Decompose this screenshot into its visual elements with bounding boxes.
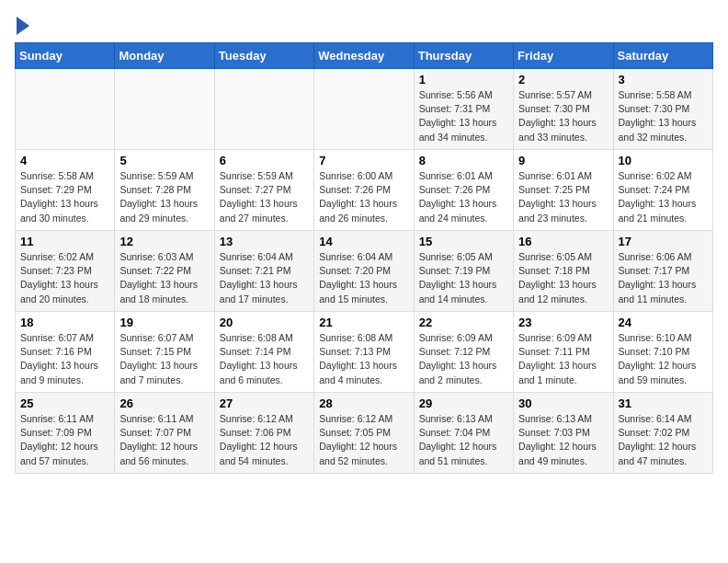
day-detail: Sunrise: 6:07 AM Sunset: 7:16 PM Dayligh… bbox=[20, 332, 98, 385]
logo bbox=[15, 15, 29, 35]
day-number: 21 bbox=[319, 316, 408, 329]
day-number: 24 bbox=[619, 316, 708, 329]
day-detail: Sunrise: 6:00 AM Sunset: 7:26 PM Dayligh… bbox=[319, 170, 397, 224]
calendar-cell: 18Sunrise: 6:07 AM Sunset: 7:16 PM Dayli… bbox=[16, 312, 115, 393]
calendar-week-row: 18Sunrise: 6:07 AM Sunset: 7:16 PM Dayli… bbox=[16, 312, 713, 393]
calendar-cell: 8Sunrise: 6:01 AM Sunset: 7:26 PM Daylig… bbox=[414, 150, 513, 231]
weekday-header-wednesday: Wednesday bbox=[314, 43, 414, 69]
weekday-header-thursday: Thursday bbox=[414, 43, 513, 69]
weekday-header-monday: Monday bbox=[115, 43, 214, 69]
day-number: 3 bbox=[619, 73, 708, 86]
day-number: 22 bbox=[419, 316, 508, 329]
calendar-cell: 23Sunrise: 6:09 AM Sunset: 7:11 PM Dayli… bbox=[514, 312, 613, 393]
day-detail: Sunrise: 5:59 AM Sunset: 7:27 PM Dayligh… bbox=[220, 170, 298, 224]
day-number: 23 bbox=[518, 316, 608, 329]
calendar-cell: 30Sunrise: 6:13 AM Sunset: 7:03 PM Dayli… bbox=[514, 393, 613, 474]
day-number: 12 bbox=[119, 235, 209, 248]
calendar-cell: 9Sunrise: 6:01 AM Sunset: 7:25 PM Daylig… bbox=[514, 150, 613, 231]
weekday-header-row: SundayMondayTuesdayWednesdayThursdayFrid… bbox=[16, 43, 713, 69]
weekday-header-saturday: Saturday bbox=[613, 43, 712, 69]
calendar-cell: 25Sunrise: 6:11 AM Sunset: 7:09 PM Dayli… bbox=[16, 393, 115, 474]
day-detail: Sunrise: 5:59 AM Sunset: 7:28 PM Dayligh… bbox=[119, 170, 198, 224]
day-detail: Sunrise: 6:11 AM Sunset: 7:09 PM Dayligh… bbox=[20, 413, 98, 466]
day-detail: Sunrise: 6:02 AM Sunset: 7:24 PM Dayligh… bbox=[619, 170, 697, 224]
calendar-week-row: 11Sunrise: 6:02 AM Sunset: 7:23 PM Dayli… bbox=[16, 231, 713, 312]
weekday-header-friday: Friday bbox=[514, 43, 613, 69]
day-detail: Sunrise: 6:05 AM Sunset: 7:18 PM Dayligh… bbox=[518, 251, 597, 304]
day-detail: Sunrise: 6:09 AM Sunset: 7:12 PM Dayligh… bbox=[419, 332, 497, 385]
day-number: 20 bbox=[220, 316, 309, 329]
weekday-header-tuesday: Tuesday bbox=[214, 43, 313, 69]
day-detail: Sunrise: 6:08 AM Sunset: 7:13 PM Dayligh… bbox=[319, 332, 397, 385]
day-detail: Sunrise: 6:08 AM Sunset: 7:14 PM Dayligh… bbox=[220, 332, 298, 385]
calendar-cell: 14Sunrise: 6:04 AM Sunset: 7:20 PM Dayli… bbox=[314, 231, 414, 312]
day-detail: Sunrise: 6:09 AM Sunset: 7:11 PM Dayligh… bbox=[518, 332, 597, 385]
day-detail: Sunrise: 6:02 AM Sunset: 7:23 PM Dayligh… bbox=[20, 251, 98, 304]
calendar-cell bbox=[115, 69, 214, 150]
calendar-cell: 1Sunrise: 5:56 AM Sunset: 7:31 PM Daylig… bbox=[414, 69, 513, 150]
day-detail: Sunrise: 6:04 AM Sunset: 7:21 PM Dayligh… bbox=[220, 251, 298, 304]
calendar-cell: 11Sunrise: 6:02 AM Sunset: 7:23 PM Dayli… bbox=[16, 231, 115, 312]
day-number: 16 bbox=[518, 235, 608, 248]
calendar-cell: 17Sunrise: 6:06 AM Sunset: 7:17 PM Dayli… bbox=[613, 231, 712, 312]
day-number: 19 bbox=[119, 316, 209, 329]
day-number: 4 bbox=[20, 154, 109, 167]
day-number: 8 bbox=[419, 154, 508, 167]
calendar-cell: 22Sunrise: 6:09 AM Sunset: 7:12 PM Dayli… bbox=[414, 312, 513, 393]
day-number: 31 bbox=[619, 396, 708, 410]
day-detail: Sunrise: 6:06 AM Sunset: 7:17 PM Dayligh… bbox=[619, 251, 697, 304]
calendar-cell: 28Sunrise: 6:12 AM Sunset: 7:05 PM Dayli… bbox=[314, 393, 414, 474]
calendar-cell bbox=[314, 69, 414, 150]
day-detail: Sunrise: 6:05 AM Sunset: 7:19 PM Dayligh… bbox=[419, 251, 497, 304]
day-detail: Sunrise: 5:58 AM Sunset: 7:30 PM Dayligh… bbox=[619, 89, 697, 143]
day-number: 5 bbox=[119, 154, 209, 167]
day-number: 10 bbox=[619, 154, 708, 167]
day-detail: Sunrise: 6:01 AM Sunset: 7:26 PM Dayligh… bbox=[419, 170, 497, 224]
day-detail: Sunrise: 6:14 AM Sunset: 7:02 PM Dayligh… bbox=[619, 413, 697, 466]
day-number: 30 bbox=[518, 396, 608, 410]
calendar-cell: 12Sunrise: 6:03 AM Sunset: 7:22 PM Dayli… bbox=[115, 231, 214, 312]
day-number: 27 bbox=[220, 396, 309, 410]
day-detail: Sunrise: 6:12 AM Sunset: 7:05 PM Dayligh… bbox=[319, 413, 397, 466]
calendar-cell: 19Sunrise: 6:07 AM Sunset: 7:15 PM Dayli… bbox=[115, 312, 214, 393]
calendar-cell: 10Sunrise: 6:02 AM Sunset: 7:24 PM Dayli… bbox=[613, 150, 712, 231]
calendar-cell: 5Sunrise: 5:59 AM Sunset: 7:28 PM Daylig… bbox=[115, 150, 214, 231]
calendar-week-row: 1Sunrise: 5:56 AM Sunset: 7:31 PM Daylig… bbox=[16, 69, 713, 150]
day-number: 7 bbox=[319, 154, 408, 167]
logo-arrow-icon bbox=[17, 17, 29, 35]
day-detail: Sunrise: 6:10 AM Sunset: 7:10 PM Dayligh… bbox=[619, 332, 697, 385]
calendar-cell: 15Sunrise: 6:05 AM Sunset: 7:19 PM Dayli… bbox=[414, 231, 513, 312]
calendar-cell: 20Sunrise: 6:08 AM Sunset: 7:14 PM Dayli… bbox=[214, 312, 313, 393]
day-detail: Sunrise: 5:56 AM Sunset: 7:31 PM Dayligh… bbox=[419, 89, 497, 143]
day-number: 17 bbox=[619, 235, 708, 248]
page-header bbox=[15, 15, 713, 35]
day-number: 2 bbox=[518, 73, 608, 86]
day-detail: Sunrise: 5:57 AM Sunset: 7:30 PM Dayligh… bbox=[518, 89, 597, 143]
calendar-cell: 21Sunrise: 6:08 AM Sunset: 7:13 PM Dayli… bbox=[314, 312, 414, 393]
day-detail: Sunrise: 6:01 AM Sunset: 7:25 PM Dayligh… bbox=[518, 170, 597, 224]
calendar-cell: 7Sunrise: 6:00 AM Sunset: 7:26 PM Daylig… bbox=[314, 150, 414, 231]
calendar-cell: 2Sunrise: 5:57 AM Sunset: 7:30 PM Daylig… bbox=[514, 69, 613, 150]
calendar-cell: 29Sunrise: 6:13 AM Sunset: 7:04 PM Dayli… bbox=[414, 393, 513, 474]
calendar-cell: 6Sunrise: 5:59 AM Sunset: 7:27 PM Daylig… bbox=[214, 150, 313, 231]
calendar-table: SundayMondayTuesdayWednesdayThursdayFrid… bbox=[15, 42, 713, 474]
calendar-cell: 27Sunrise: 6:12 AM Sunset: 7:06 PM Dayli… bbox=[214, 393, 313, 474]
day-detail: Sunrise: 6:11 AM Sunset: 7:07 PM Dayligh… bbox=[119, 413, 198, 466]
calendar-cell: 31Sunrise: 6:14 AM Sunset: 7:02 PM Dayli… bbox=[613, 393, 712, 474]
day-number: 28 bbox=[319, 396, 408, 410]
calendar-cell: 24Sunrise: 6:10 AM Sunset: 7:10 PM Dayli… bbox=[613, 312, 712, 393]
day-number: 14 bbox=[319, 235, 408, 248]
day-number: 1 bbox=[419, 73, 508, 86]
day-detail: Sunrise: 6:03 AM Sunset: 7:22 PM Dayligh… bbox=[119, 251, 198, 304]
day-detail: Sunrise: 5:58 AM Sunset: 7:29 PM Dayligh… bbox=[20, 170, 98, 224]
day-number: 9 bbox=[518, 154, 608, 167]
day-detail: Sunrise: 6:04 AM Sunset: 7:20 PM Dayligh… bbox=[319, 251, 397, 304]
calendar-cell: 3Sunrise: 5:58 AM Sunset: 7:30 PM Daylig… bbox=[613, 69, 712, 150]
calendar-cell: 4Sunrise: 5:58 AM Sunset: 7:29 PM Daylig… bbox=[16, 150, 115, 231]
day-number: 26 bbox=[119, 396, 209, 410]
calendar-cell bbox=[214, 69, 313, 150]
day-detail: Sunrise: 6:13 AM Sunset: 7:03 PM Dayligh… bbox=[518, 413, 597, 466]
day-number: 25 bbox=[20, 396, 109, 410]
calendar-week-row: 25Sunrise: 6:11 AM Sunset: 7:09 PM Dayli… bbox=[16, 393, 713, 474]
day-detail: Sunrise: 6:13 AM Sunset: 7:04 PM Dayligh… bbox=[419, 413, 497, 466]
